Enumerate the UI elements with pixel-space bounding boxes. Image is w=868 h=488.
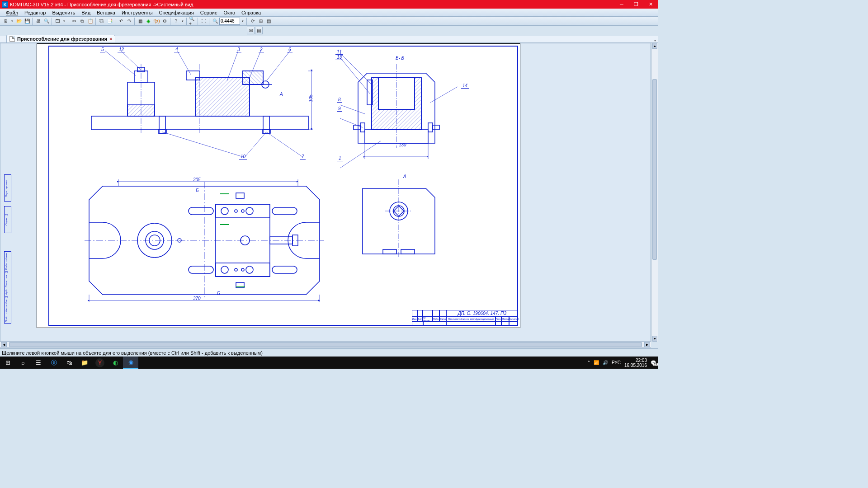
side-strip-3: Подп. и дата Инв. № дубл. Взам. инв. № П… [4,251,11,324]
fx-button[interactable]: f(x) [153,17,160,25]
menu-file[interactable]: Файл [3,9,21,16]
kompas-taskbtn[interactable]: ◉ [123,357,138,369]
search-button[interactable]: ⌕ [15,357,31,369]
tray-lang[interactable]: РУС [612,360,621,365]
store-icon[interactable]: 🛍 [61,357,77,369]
doc-tab-close[interactable]: × [109,36,112,42]
cut-button[interactable]: ✂ [70,17,78,25]
minimize-button[interactable]: ─ [614,0,629,9]
mark-b1: Б [196,188,199,193]
window-button[interactable]: ⊞ [257,17,264,25]
save-button[interactable]: 💾 [23,17,31,25]
pos-6: 6 [287,47,292,52]
copy-button[interactable]: ⧉ [78,17,86,25]
label-bb: Б- Б [396,56,404,61]
tabrow-dropdown[interactable]: ▾ [654,38,658,42]
app1-icon[interactable]: ◐ [108,357,123,369]
svg-point-68 [241,268,244,271]
title-block: ДП. О. 190604. 147. ПЗ Изм. Лист № докум… [412,310,518,326]
doc-tab-label: Приспособление для фрезерования [17,36,107,42]
zoom-window-button[interactable]: ⛶ [200,17,208,25]
menu-editor[interactable]: Редактор [21,9,49,16]
document-tab[interactable]: Приспособление для фрезерования × [6,35,115,42]
start-button[interactable]: ⊞ [0,357,15,369]
maximize-button[interactable]: ❐ [629,0,643,9]
canvas-area[interactable]: Перв. примен. Справ. № Подп. и дата Инв.… [0,43,651,342]
titlebar: K КОМПАС-3D V15.2 x64 - Приспособление д… [0,0,658,9]
zoom-drop[interactable]: ▾ [241,17,245,25]
preview-button[interactable]: 🔍 [42,17,50,25]
refresh-button[interactable]: ⟳ [249,17,256,25]
float2-icon[interactable]: ▤ [255,27,263,34]
svg-rect-60 [216,263,270,277]
help-drop[interactable]: ▾ [180,17,185,25]
svg-rect-69 [189,207,213,215]
redo-button[interactable]: ↷ [125,17,133,25]
pos-9: 9 [337,106,342,112]
tray-volume-icon[interactable]: 🔊 [603,360,608,365]
explorer-icon[interactable]: 📁 [77,357,92,369]
drawing-viewport[interactable]: Перв. примен. Справ. № Подп. и дата Инв.… [3,43,651,341]
drawing-sheet: 5 12 4 3 2 6 10 7 11 13 8 9 14 1 Б- Б А … [37,43,520,328]
zoom-input[interactable]: 0.4446 [219,18,240,25]
tray-clock[interactable]: 22:03 16.05.2016 [624,358,647,368]
menu-window[interactable]: Окно [220,9,238,16]
hscroll-thumb[interactable] [9,342,642,347]
paste-button[interactable]: 📋 [86,17,94,25]
horizontal-scrollbar[interactable]: ◀ ▶ [0,341,651,348]
vscroll-thumb[interactable] [652,79,657,260]
window2-button[interactable]: ▤ [265,17,273,25]
menu-help[interactable]: Справка [238,9,264,16]
new-drop[interactable]: ▾ [10,17,14,25]
zoom-value: 0.4446 [221,19,235,23]
tray-notifications-icon[interactable]: 💬22 [651,360,656,365]
scroll-down-arrow[interactable]: ▼ [652,336,657,342]
svg-rect-71 [189,266,213,273]
svg-rect-39 [354,125,360,130]
help-button[interactable]: ? [172,17,180,25]
pos-4: 4 [174,47,179,52]
print-button[interactable]: 🖶 [34,17,42,25]
toolbar-floating: ✉ ▤ [0,26,658,35]
menu-view[interactable]: Вид [78,9,94,16]
clone-button[interactable]: ⿻ [98,17,105,25]
svg-point-62 [246,207,253,215]
yandex-icon[interactable]: Y [95,358,104,367]
menu-insert[interactable]: Вставка [94,9,118,16]
pos-7: 7 [300,154,306,160]
lib-button[interactable]: ◉ [145,17,152,25]
svg-point-65 [235,210,237,212]
title-text: КОМПАС-3D V15.2 x64 - Приспособление для… [10,2,193,7]
scroll-left-arrow[interactable]: ◀ [1,342,7,347]
svg-point-61 [221,207,228,215]
status-hint: Щелкните левой кнопкой мыши на объекте д… [2,350,263,356]
edge-icon[interactable]: ⓔ [46,357,61,369]
var-button[interactable]: ⚙ [161,17,169,25]
taskview-button[interactable]: ☰ [31,357,46,369]
menu-spec[interactable]: Спецификация [156,9,197,16]
zoom-button[interactable]: 🔍 [211,17,219,25]
prop-drop[interactable]: ▾ [62,17,66,25]
props-button[interactable]: 📑 [106,17,113,25]
tray-wifi-icon[interactable]: 📶 [594,360,599,365]
new-button[interactable]: 🗎 [2,17,9,25]
zoom-in-button[interactable]: 🔍+ [189,17,196,25]
close-button[interactable]: ✕ [643,0,658,9]
menu-select[interactable]: Выделить [49,9,78,16]
dim-305: 305 [193,177,201,182]
mgr-button[interactable]: ▦ [137,17,144,25]
scroll-right-arrow[interactable]: ▶ [644,342,650,347]
open-button[interactable]: 📂 [15,17,23,25]
scroll-up-arrow[interactable]: ▲ [652,43,657,49]
tray-chevron-icon[interactable]: ˄ [588,360,590,365]
prop-button[interactable]: 🗔 [54,17,61,25]
menu-service[interactable]: Сервис [197,9,221,16]
svg-line-31 [266,132,302,157]
pos-10: 10 [239,154,247,160]
svg-line-30 [245,132,266,157]
mail-icon[interactable]: ✉ [247,27,255,34]
vertical-scrollbar[interactable]: ▲ ▼ [651,43,658,342]
label-a1: А [280,92,283,97]
menu-tools[interactable]: Инструменты [118,9,156,16]
undo-button[interactable]: ↶ [117,17,125,25]
